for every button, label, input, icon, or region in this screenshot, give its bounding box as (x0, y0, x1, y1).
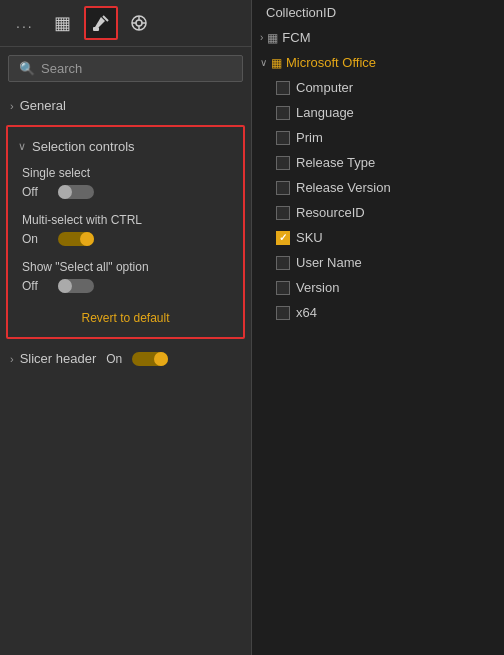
slicer-header-section[interactable]: › Slicer header On (0, 343, 251, 374)
multi-select-label: Multi-select with CTRL (22, 213, 229, 227)
slicer-toggle-label: On (106, 352, 122, 366)
resourceid-field: ResourceID (252, 200, 504, 225)
user-name-label: User Name (296, 255, 362, 270)
x64-label: x64 (296, 305, 317, 320)
resourceid-label: ResourceID (296, 205, 365, 220)
release-version-checkbox[interactable] (276, 181, 290, 195)
fcm-expand-icon: › (260, 32, 263, 43)
selection-controls-panel: ∨ Selection controls Single select Off M… (6, 125, 245, 339)
multi-select-toggle-row: On (22, 232, 229, 246)
version-field: Version (252, 275, 504, 300)
computer-label: Computer (296, 80, 353, 95)
x64-checkbox[interactable] (276, 306, 290, 320)
format-icon-button[interactable]: ▦ (46, 6, 80, 40)
fcm-label: FCM (282, 30, 310, 45)
language-checkbox[interactable] (276, 106, 290, 120)
show-select-all-toggle-label: Off (22, 279, 50, 293)
more-options-icon[interactable]: ... (8, 11, 42, 35)
user-name-field: User Name (252, 250, 504, 275)
search-bar: 🔍 (8, 55, 243, 82)
sku-checkbox[interactable] (276, 231, 290, 245)
slicer-header-label: Slicer header (20, 351, 97, 366)
release-type-checkbox[interactable] (276, 156, 290, 170)
general-section-header[interactable]: › General (0, 90, 251, 121)
svg-point-2 (136, 20, 142, 26)
single-select-group: Single select Off (8, 162, 243, 209)
paint-icon-button[interactable] (84, 6, 118, 40)
x64-field: x64 (252, 300, 504, 325)
collectionid-label: CollectionID (266, 5, 336, 20)
selection-controls-header[interactable]: ∨ Selection controls (8, 135, 243, 162)
microsoft-office-table-icon: ▦ (271, 56, 282, 70)
multi-select-toggle-label: On (22, 232, 50, 246)
left-panel: ... ▦ 🔍 › General (0, 0, 252, 655)
release-type-label: Release Type (296, 155, 375, 170)
microsoft-office-group-header[interactable]: ∨ ▦ Microsoft Office (252, 50, 504, 75)
analytics-icon-button[interactable] (122, 6, 156, 40)
release-version-field: Release Version (252, 175, 504, 200)
selection-chevron: ∨ (18, 140, 26, 153)
microsoft-office-expand-icon: ∨ (260, 57, 267, 68)
resourceid-checkbox[interactable] (276, 206, 290, 220)
microsoft-office-label: Microsoft Office (286, 55, 376, 70)
revert-button[interactable]: Revert to default (8, 303, 243, 329)
svg-rect-0 (93, 27, 99, 31)
prim-label: Prim (296, 130, 323, 145)
fcm-group-header[interactable]: › ▦ FCM (252, 25, 504, 50)
multi-select-toggle[interactable] (58, 232, 94, 246)
single-select-label: Single select (22, 166, 229, 180)
prim-field: Prim (252, 125, 504, 150)
slicer-header-toggle[interactable] (132, 352, 168, 366)
selection-controls-label: Selection controls (32, 139, 135, 154)
slicer-chevron: › (10, 353, 14, 365)
single-select-toggle-row: Off (22, 185, 229, 199)
computer-checkbox[interactable] (276, 81, 290, 95)
general-label: General (20, 98, 66, 113)
language-label: Language (296, 105, 354, 120)
show-select-all-group: Show "Select all" option Off (8, 256, 243, 303)
sku-field: SKU (252, 225, 504, 250)
multi-select-group: Multi-select with CTRL On (8, 209, 243, 256)
search-icon: 🔍 (19, 61, 35, 76)
show-select-all-label: Show "Select all" option (22, 260, 229, 274)
release-version-label: Release Version (296, 180, 391, 195)
single-select-toggle-label: Off (22, 185, 50, 199)
version-label: Version (296, 280, 339, 295)
language-field: Language (252, 100, 504, 125)
right-panel: CollectionID › ▦ FCM ∨ ▦ Microsoft Offic… (252, 0, 504, 655)
computer-field: Computer (252, 75, 504, 100)
show-select-all-toggle[interactable] (58, 279, 94, 293)
version-checkbox[interactable] (276, 281, 290, 295)
search-input[interactable] (41, 61, 232, 76)
collectionid-field: CollectionID (252, 0, 504, 25)
sku-label: SKU (296, 230, 323, 245)
user-name-checkbox[interactable] (276, 256, 290, 270)
single-select-toggle[interactable] (58, 185, 94, 199)
field-list: CollectionID › ▦ FCM ∨ ▦ Microsoft Offic… (252, 0, 504, 325)
show-select-all-toggle-row: Off (22, 279, 229, 293)
toolbar: ... ▦ (0, 0, 251, 47)
fcm-table-icon: ▦ (267, 31, 278, 45)
prim-checkbox[interactable] (276, 131, 290, 145)
general-chevron: › (10, 100, 14, 112)
release-type-field: Release Type (252, 150, 504, 175)
